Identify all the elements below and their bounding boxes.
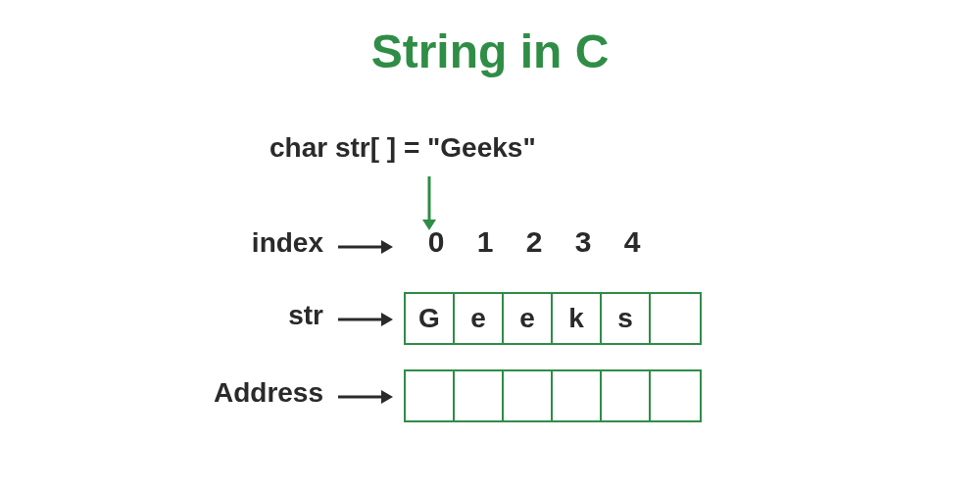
index-cell: 0 [412, 225, 461, 259]
index-cell: 2 [510, 225, 559, 259]
array-cell: k [553, 294, 602, 343]
svg-marker-5 [381, 313, 393, 326]
index-cell: 3 [559, 225, 608, 259]
address-label: Address [176, 377, 323, 409]
array-cell: e [504, 294, 553, 343]
array-cell [651, 294, 700, 343]
array-cell: s [602, 294, 651, 343]
index-row: 0 1 2 3 4 [412, 225, 657, 259]
index-cell: 4 [608, 225, 657, 259]
array-cell: e [455, 294, 504, 343]
svg-marker-3 [381, 240, 393, 254]
array-cell [455, 371, 504, 420]
address-array-row [404, 369, 702, 422]
array-cell [553, 371, 602, 420]
code-declaration: char str[ ] = "Geeks" [270, 132, 536, 164]
arrow-right-icon [338, 389, 395, 409]
str-label: str [216, 300, 323, 331]
page-title: String in C [0, 24, 980, 78]
array-cell [406, 371, 455, 420]
index-cell: 1 [461, 225, 510, 259]
index-label: index [216, 227, 323, 259]
str-array-row: G e e k s [404, 292, 702, 345]
arrow-right-icon [338, 312, 395, 331]
array-cell: G [406, 294, 455, 343]
array-cell [651, 371, 700, 420]
arrow-right-icon [338, 239, 395, 259]
array-cell [504, 371, 553, 420]
svg-marker-7 [381, 390, 393, 404]
array-cell [602, 371, 651, 420]
